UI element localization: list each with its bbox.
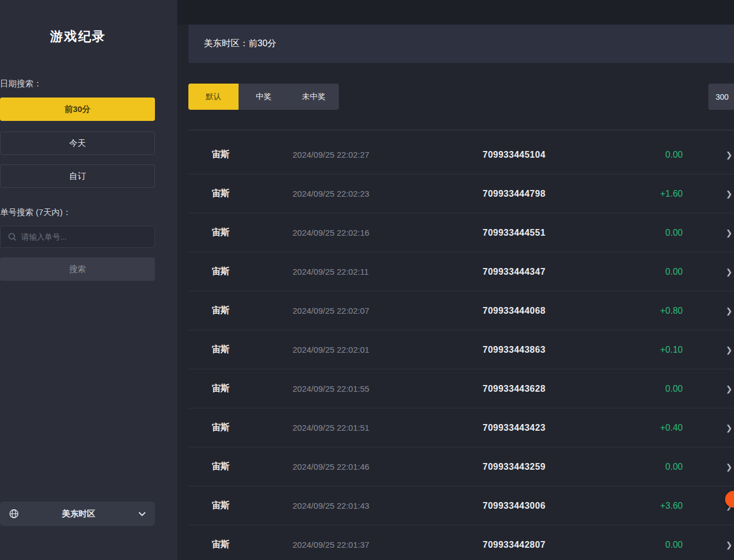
table-row[interactable]: 宙斯 2024/09/25 22:02:01 709933443863 +0.1… (188, 330, 734, 369)
table-row[interactable]: 宙斯 2024/09/25 22:01:46 709933443259 0.00… (188, 447, 734, 486)
order-search-input[interactable] (17, 226, 154, 247)
game-name: 宙斯 (212, 266, 293, 277)
timezone-label: 美东时区 (19, 509, 138, 519)
game-name: 宙斯 (212, 539, 293, 551)
range-today-button[interactable]: 今天 (0, 132, 155, 155)
order-number: 709933443423 (483, 423, 628, 433)
record-amount: +0.10 (628, 345, 683, 355)
record-amount: 0.00 (628, 150, 683, 160)
record-time: 2024/09/25 22:01:43 (293, 501, 483, 510)
order-number: 709933444551 (483, 228, 628, 238)
order-number: 709933443259 (483, 462, 628, 472)
record-amount: 0.00 (628, 384, 683, 394)
globe-icon (9, 509, 19, 519)
filter-tabs: 默认 中奖 未中奖 (188, 84, 339, 110)
record-time: 2024/09/25 22:01:55 (293, 384, 483, 393)
page-size-value: 300 (716, 92, 728, 101)
game-name: 宙斯 (212, 149, 293, 160)
chevron-right-icon[interactable]: ❯ (726, 540, 732, 549)
chevron-right-icon[interactable]: ❯ (726, 462, 732, 471)
chevron-right-icon[interactable]: ❯ (726, 267, 732, 276)
sidebar: 游戏纪录 日期搜索： 前30分 今天 自订 单号搜索 (7天内)： 搜索 美东时… (0, 0, 177, 560)
record-time: 2024/09/25 22:02:27 (293, 150, 483, 159)
record-amount: +3.60 (628, 501, 683, 511)
order-number: 709933443628 (483, 384, 628, 394)
game-name: 宙斯 (212, 461, 293, 473)
record-amount: 0.00 (628, 228, 683, 238)
chevron-right-icon[interactable]: ❯ (726, 345, 732, 354)
main-content: 美东时区：前30分 默认 中奖 未中奖 300 宙斯 2024/09/25 22… (177, 0, 734, 560)
record-time: 2024/09/25 22:02:11 (293, 267, 483, 276)
game-name: 宙斯 (212, 500, 293, 512)
chevron-right-icon[interactable]: ❯ (726, 306, 732, 315)
records-table: 宙斯 2024/09/25 22:02:27 709933445104 0.00… (188, 130, 734, 560)
record-amount: 0.00 (628, 462, 683, 472)
range-custom-button[interactable]: 自订 (0, 164, 155, 188)
table-row[interactable]: 宙斯 2024/09/25 22:02:16 709933444551 0.00… (188, 213, 734, 252)
top-band (177, 0, 734, 25)
table-row[interactable]: 宙斯 2024/09/25 22:02:23 709933444798 +1.6… (188, 174, 734, 213)
record-time: 2024/09/25 22:02:23 (293, 189, 483, 198)
game-name: 宙斯 (212, 227, 293, 238)
chevron-right-icon[interactable]: ❯ (726, 384, 732, 393)
record-time: 2024/09/25 22:02:16 (293, 228, 483, 237)
record-time: 2024/09/25 22:01:37 (293, 540, 483, 549)
record-time: 2024/09/25 22:02:01 (293, 345, 483, 354)
tab-not-winning[interactable]: 未中奖 (289, 84, 339, 110)
order-number: 709933443006 (483, 501, 628, 511)
order-search-label: 单号搜索 (7天内)： (0, 207, 71, 218)
header-title: 美东时区：前30分 (204, 38, 276, 50)
table-row[interactable]: 宙斯 2024/09/25 22:01:37 709933442807 0.00… (188, 525, 734, 560)
order-number: 709933444798 (483, 189, 628, 199)
record-time: 2024/09/25 22:01:51 (293, 423, 483, 432)
chevron-right-icon[interactable]: ❯ (726, 150, 732, 159)
game-name: 宙斯 (212, 188, 293, 199)
table-row[interactable]: 宙斯 2024/09/25 22:01:55 709933443628 0.00… (188, 369, 734, 408)
game-name: 宙斯 (212, 344, 293, 356)
record-time: 2024/09/25 22:02:07 (293, 306, 483, 315)
game-name: 宙斯 (212, 422, 293, 434)
order-search-box (0, 226, 155, 248)
table-row[interactable]: 宙斯 2024/09/25 22:01:43 709933443006 +3.6… (188, 486, 734, 525)
table-row[interactable]: 宙斯 2024/09/25 22:02:11 709933444347 0.00… (188, 252, 734, 291)
game-name: 宙斯 (212, 383, 293, 395)
order-number: 709933444068 (483, 306, 628, 316)
timezone-selector[interactable]: 美东时区 (0, 501, 155, 526)
record-amount: 0.00 (628, 540, 683, 550)
chevron-down-icon (138, 512, 146, 517)
order-number: 709933445104 (483, 150, 628, 160)
page-size-selector[interactable]: 300 (708, 84, 734, 110)
record-time: 2024/09/25 22:01:46 (293, 462, 483, 471)
table-row[interactable]: 宙斯 2024/09/25 22:02:07 709933444068 +0.8… (188, 291, 734, 330)
record-amount: +0.40 (628, 423, 683, 433)
chevron-right-icon[interactable]: ❯ (726, 423, 732, 432)
order-number: 709933442807 (483, 540, 628, 550)
record-amount: +1.60 (628, 189, 683, 199)
table-row[interactable]: 宙斯 2024/09/25 22:02:27 709933445104 0.00… (188, 135, 734, 174)
game-name: 宙斯 (212, 305, 293, 316)
record-amount: +0.80 (628, 306, 683, 316)
table-row[interactable]: 宙斯 2024/09/25 22:01:51 709933443423 +0.4… (188, 408, 734, 447)
order-number: 709933444347 (483, 267, 628, 277)
date-search-label: 日期搜索： (0, 79, 42, 89)
range-last30min-button[interactable]: 前30分 (0, 98, 155, 121)
search-icon (8, 232, 17, 241)
chevron-right-icon[interactable]: ❯ (726, 228, 732, 237)
page-title: 游戏纪录 (0, 28, 156, 45)
search-button[interactable]: 搜索 (0, 257, 155, 281)
order-number: 709933443863 (483, 345, 628, 355)
tab-default[interactable]: 默认 (188, 84, 239, 110)
header-bar: 美东时区：前30分 (188, 25, 734, 63)
tab-winning[interactable]: 中奖 (239, 84, 289, 110)
record-amount: 0.00 (628, 267, 683, 277)
chevron-right-icon[interactable]: ❯ (726, 189, 732, 198)
